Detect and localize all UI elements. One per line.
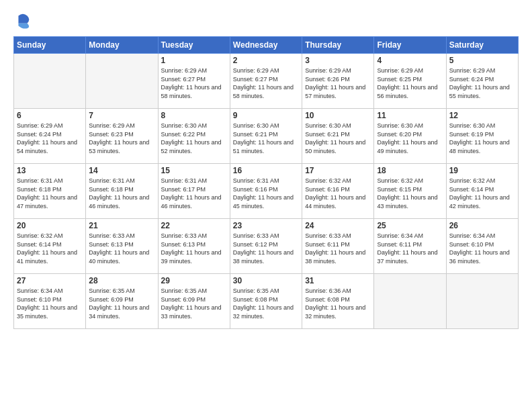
- day-number: 8: [161, 111, 227, 120]
- table-row: 12Sunrise: 6:30 AMSunset: 6:19 PMDayligh…: [446, 109, 518, 164]
- day-number: 10: [305, 111, 371, 120]
- day-number: 5: [449, 56, 515, 65]
- col-wednesday: Wednesday: [230, 37, 302, 54]
- day-number: 12: [449, 111, 515, 120]
- table-row: [14, 54, 86, 109]
- day-number: 11: [377, 111, 443, 120]
- table-row: [374, 274, 446, 329]
- day-info: Sunrise: 6:29 AMSunset: 6:27 PMDaylight:…: [233, 66, 299, 100]
- day-number: 2: [233, 56, 299, 65]
- table-row: 25Sunrise: 6:34 AMSunset: 6:11 PMDayligh…: [374, 219, 446, 274]
- logo-icon: [13, 11, 32, 30]
- table-row: 18Sunrise: 6:32 AMSunset: 6:15 PMDayligh…: [374, 164, 446, 219]
- table-row: 5Sunrise: 6:29 AMSunset: 6:24 PMDaylight…: [446, 54, 518, 109]
- day-info: Sunrise: 6:30 AMSunset: 6:20 PMDaylight:…: [377, 122, 443, 155]
- day-info: Sunrise: 6:30 AMSunset: 6:21 PMDaylight:…: [233, 122, 299, 155]
- table-row: 29Sunrise: 6:35 AMSunset: 6:09 PMDayligh…: [158, 274, 230, 329]
- table-row: 19Sunrise: 6:32 AMSunset: 6:14 PMDayligh…: [446, 164, 518, 219]
- table-row: 6Sunrise: 6:29 AMSunset: 6:24 PMDaylight…: [14, 109, 86, 164]
- day-info: Sunrise: 6:29 AMSunset: 6:25 PMDaylight:…: [377, 66, 443, 100]
- calendar-week-row: 1Sunrise: 6:29 AMSunset: 6:27 PMDaylight…: [14, 54, 519, 109]
- day-info: Sunrise: 6:31 AMSunset: 6:16 PMDaylight:…: [233, 177, 299, 210]
- page: Sunday Monday Tuesday Wednesday Thursday…: [0, 0, 532, 411]
- table-row: 3Sunrise: 6:29 AMSunset: 6:26 PMDaylight…: [302, 54, 374, 109]
- day-info: Sunrise: 6:35 AMSunset: 6:09 PMDaylight:…: [89, 287, 154, 320]
- day-number: 26: [449, 221, 515, 230]
- table-row: 1Sunrise: 6:29 AMSunset: 6:27 PMDaylight…: [158, 54, 230, 109]
- table-row: 27Sunrise: 6:34 AMSunset: 6:10 PMDayligh…: [14, 274, 86, 329]
- day-info: Sunrise: 6:31 AMSunset: 6:18 PMDaylight:…: [89, 177, 154, 210]
- day-number: 23: [233, 221, 299, 230]
- day-number: 28: [89, 276, 154, 285]
- day-number: 15: [161, 166, 227, 175]
- day-info: Sunrise: 6:32 AMSunset: 6:14 PMDaylight:…: [449, 177, 515, 210]
- day-info: Sunrise: 6:30 AMSunset: 6:22 PMDaylight:…: [161, 122, 227, 155]
- day-info: Sunrise: 6:29 AMSunset: 6:24 PMDaylight:…: [17, 122, 83, 155]
- day-number: 18: [377, 166, 443, 175]
- day-info: Sunrise: 6:33 AMSunset: 6:12 PMDaylight:…: [233, 232, 299, 265]
- day-info: Sunrise: 6:36 AMSunset: 6:08 PMDaylight:…: [305, 287, 371, 320]
- day-number: 9: [233, 111, 299, 120]
- day-number: 29: [161, 276, 227, 285]
- table-row: 2Sunrise: 6:29 AMSunset: 6:27 PMDaylight…: [230, 54, 302, 109]
- table-row: 4Sunrise: 6:29 AMSunset: 6:25 PMDaylight…: [374, 54, 446, 109]
- day-info: Sunrise: 6:30 AMSunset: 6:19 PMDaylight:…: [449, 122, 515, 155]
- day-number: 27: [17, 276, 83, 285]
- table-row: 26Sunrise: 6:34 AMSunset: 6:10 PMDayligh…: [446, 219, 518, 274]
- day-number: 4: [377, 56, 443, 65]
- day-info: Sunrise: 6:35 AMSunset: 6:08 PMDaylight:…: [233, 287, 299, 320]
- day-info: Sunrise: 6:31 AMSunset: 6:17 PMDaylight:…: [161, 177, 227, 210]
- table-row: [86, 54, 158, 109]
- day-info: Sunrise: 6:32 AMSunset: 6:16 PMDaylight:…: [305, 177, 371, 210]
- table-row: 28Sunrise: 6:35 AMSunset: 6:09 PMDayligh…: [86, 274, 158, 329]
- table-row: 20Sunrise: 6:32 AMSunset: 6:14 PMDayligh…: [14, 219, 86, 274]
- table-row: 10Sunrise: 6:30 AMSunset: 6:21 PMDayligh…: [302, 109, 374, 164]
- calendar-week-row: 27Sunrise: 6:34 AMSunset: 6:10 PMDayligh…: [14, 274, 519, 329]
- table-row: 8Sunrise: 6:30 AMSunset: 6:22 PMDaylight…: [158, 109, 230, 164]
- calendar-table: Sunday Monday Tuesday Wednesday Thursday…: [13, 36, 519, 329]
- day-info: Sunrise: 6:29 AMSunset: 6:23 PMDaylight:…: [89, 122, 154, 155]
- day-number: 25: [377, 221, 443, 230]
- day-number: 31: [305, 276, 371, 285]
- calendar-week-row: 20Sunrise: 6:32 AMSunset: 6:14 PMDayligh…: [14, 219, 519, 274]
- calendar-week-row: 6Sunrise: 6:29 AMSunset: 6:24 PMDaylight…: [14, 109, 519, 164]
- col-friday: Friday: [374, 37, 446, 54]
- table-row: 30Sunrise: 6:35 AMSunset: 6:08 PMDayligh…: [230, 274, 302, 329]
- col-tuesday: Tuesday: [158, 37, 230, 54]
- table-row: 16Sunrise: 6:31 AMSunset: 6:16 PMDayligh…: [230, 164, 302, 219]
- table-row: 21Sunrise: 6:33 AMSunset: 6:13 PMDayligh…: [86, 219, 158, 274]
- day-info: Sunrise: 6:33 AMSunset: 6:13 PMDaylight:…: [161, 232, 227, 265]
- table-row: 22Sunrise: 6:33 AMSunset: 6:13 PMDayligh…: [158, 219, 230, 274]
- day-number: 16: [233, 166, 299, 175]
- day-info: Sunrise: 6:34 AMSunset: 6:11 PMDaylight:…: [377, 232, 443, 265]
- table-row: [446, 274, 518, 329]
- day-number: 6: [17, 111, 83, 120]
- header: [13, 11, 519, 30]
- day-number: 30: [233, 276, 299, 285]
- day-info: Sunrise: 6:35 AMSunset: 6:09 PMDaylight:…: [161, 287, 227, 320]
- logo-wrapper: [13, 11, 35, 30]
- day-number: 1: [161, 56, 227, 65]
- day-number: 17: [305, 166, 371, 175]
- day-number: 20: [17, 221, 83, 230]
- day-number: 24: [305, 221, 371, 230]
- table-row: 11Sunrise: 6:30 AMSunset: 6:20 PMDayligh…: [374, 109, 446, 164]
- table-row: 17Sunrise: 6:32 AMSunset: 6:16 PMDayligh…: [302, 164, 374, 219]
- table-row: 14Sunrise: 6:31 AMSunset: 6:18 PMDayligh…: [86, 164, 158, 219]
- day-info: Sunrise: 6:32 AMSunset: 6:15 PMDaylight:…: [377, 177, 443, 210]
- table-row: 23Sunrise: 6:33 AMSunset: 6:12 PMDayligh…: [230, 219, 302, 274]
- table-row: 9Sunrise: 6:30 AMSunset: 6:21 PMDaylight…: [230, 109, 302, 164]
- day-info: Sunrise: 6:29 AMSunset: 6:27 PMDaylight:…: [161, 66, 227, 100]
- col-monday: Monday: [86, 37, 158, 54]
- day-number: 13: [17, 166, 83, 175]
- table-row: 13Sunrise: 6:31 AMSunset: 6:18 PMDayligh…: [14, 164, 86, 219]
- day-number: 22: [161, 221, 227, 230]
- day-info: Sunrise: 6:34 AMSunset: 6:10 PMDaylight:…: [449, 232, 515, 265]
- day-number: 19: [449, 166, 515, 175]
- day-info: Sunrise: 6:34 AMSunset: 6:10 PMDaylight:…: [17, 287, 83, 320]
- table-row: 7Sunrise: 6:29 AMSunset: 6:23 PMDaylight…: [86, 109, 158, 164]
- day-info: Sunrise: 6:30 AMSunset: 6:21 PMDaylight:…: [305, 122, 371, 155]
- day-info: Sunrise: 6:33 AMSunset: 6:11 PMDaylight:…: [305, 232, 371, 265]
- day-info: Sunrise: 6:33 AMSunset: 6:13 PMDaylight:…: [89, 232, 154, 265]
- col-thursday: Thursday: [302, 37, 374, 54]
